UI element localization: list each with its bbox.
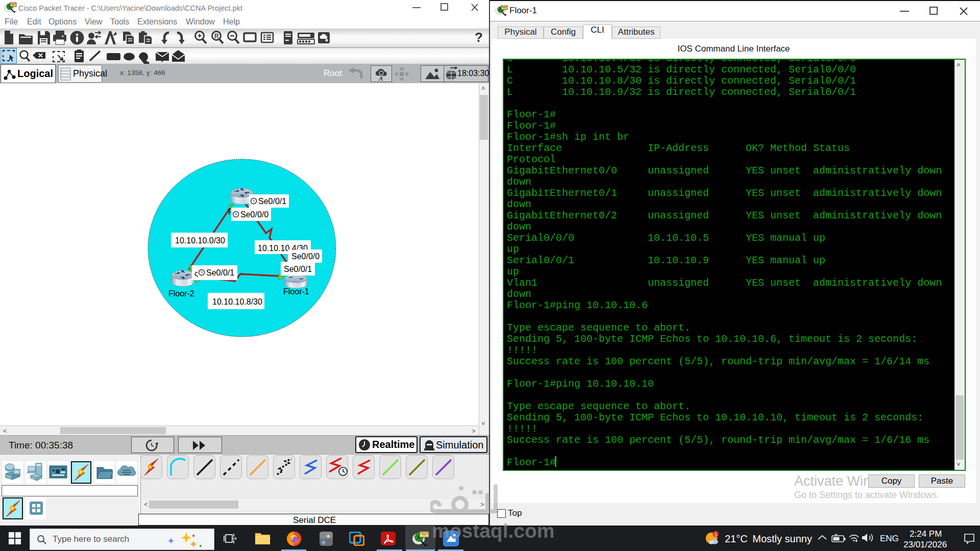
svg-text:Floor-2: Floor-2 — [168, 289, 194, 298]
svg-text:Se0/0/1: Se0/0/1 — [284, 265, 312, 273]
svg-text:1: 1 — [715, 532, 717, 537]
svg-text:10.10.10.8/30: 10.10.10.8/30 — [212, 297, 262, 306]
svg-text:Se0/0/0: Se0/0/0 — [240, 210, 268, 219]
svg-text:Se0/0/0: Se0/0/0 — [291, 252, 320, 261]
svg-text:10.10.10.0/30: 10.10.10.0/30 — [175, 236, 225, 245]
svg-text:Floor-1: Floor-1 — [283, 287, 309, 296]
svg-text:ς: ς — [194, 269, 198, 278]
svg-text:Se0/0/1: Se0/0/1 — [206, 268, 234, 277]
svg-text:?: ? — [475, 30, 483, 45]
svg-text:Se0/0/1: Se0/0/1 — [258, 197, 286, 206]
svg-text:R: R — [214, 33, 219, 40]
